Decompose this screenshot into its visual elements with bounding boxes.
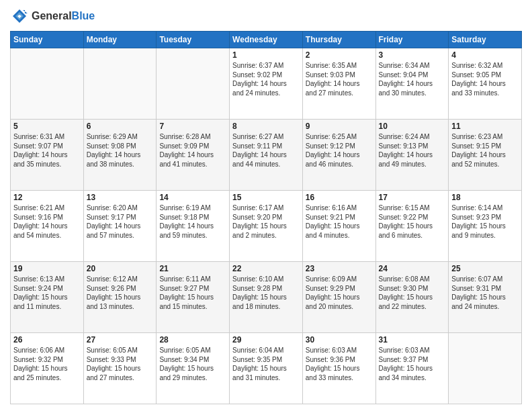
day-number: 9 [306,122,373,131]
day-info: Sunrise: 6:09 AM Sunset: 9:29 PM Dayligh… [306,275,373,311]
day-number: 28 [159,335,226,345]
day-number: 25 [451,264,519,273]
calendar-cell [83,48,157,120]
day-number: 12 [13,193,81,202]
calendar-cell: 8Sunrise: 6:27 AM Sunset: 9:11 PM Daylig… [230,120,303,191]
day-number: 5 [13,122,81,131]
day-info: Sunrise: 6:13 AM Sunset: 9:24 PM Dayligh… [13,275,81,311]
calendar-cell [11,48,84,120]
day-info: Sunrise: 6:31 AM Sunset: 9:07 PM Dayligh… [13,132,81,169]
day-number: 13 [87,193,154,202]
calendar-cell: 25Sunrise: 6:07 AM Sunset: 9:31 PM Dayli… [449,262,522,333]
calendar-cell: 18Sunrise: 6:14 AM Sunset: 9:23 PM Dayli… [449,191,522,262]
calendar-cell: 4Sunrise: 6:32 AM Sunset: 9:05 PM Daylig… [449,48,522,120]
calendar-cell: 2Sunrise: 6:35 AM Sunset: 9:03 PM Daylig… [302,48,375,120]
weekday-header-row: SundayMondayTuesdayWednesdayThursdayFrid… [11,32,522,48]
calendar-cell: 11Sunrise: 6:23 AM Sunset: 9:15 PM Dayli… [449,120,522,191]
day-info: Sunrise: 6:27 AM Sunset: 9:11 PM Dayligh… [232,132,300,169]
day-number: 4 [451,50,519,60]
calendar-cell: 26Sunrise: 6:06 AM Sunset: 9:32 PM Dayli… [11,333,84,404]
week-row-5: 26Sunrise: 6:06 AM Sunset: 9:32 PM Dayli… [11,333,522,404]
day-info: Sunrise: 6:32 AM Sunset: 9:05 PM Dayligh… [451,61,519,97]
calendar-cell: 7Sunrise: 6:28 AM Sunset: 9:09 PM Daylig… [157,120,230,191]
calendar-cell: 19Sunrise: 6:13 AM Sunset: 9:24 PM Dayli… [11,262,84,333]
weekday-header-tuesday: Tuesday [157,32,230,48]
calendar-cell: 31Sunrise: 6:03 AM Sunset: 9:37 PM Dayli… [375,333,449,404]
page: GeneralBlue SundayMondayTuesdayWednesday… [0,0,532,411]
day-info: Sunrise: 6:17 AM Sunset: 9:20 PM Dayligh… [232,203,300,240]
day-info: Sunrise: 6:14 AM Sunset: 9:23 PM Dayligh… [451,203,519,240]
calendar-cell: 30Sunrise: 6:03 AM Sunset: 9:36 PM Dayli… [302,333,375,404]
day-number: 2 [306,50,373,60]
calendar-cell: 22Sunrise: 6:10 AM Sunset: 9:28 PM Dayli… [230,262,303,333]
day-info: Sunrise: 6:03 AM Sunset: 9:37 PM Dayligh… [379,346,446,382]
weekday-header-sunday: Sunday [11,32,84,48]
day-info: Sunrise: 6:23 AM Sunset: 9:15 PM Dayligh… [451,132,519,169]
calendar-cell: 24Sunrise: 6:08 AM Sunset: 9:30 PM Dayli… [375,262,449,333]
calendar-cell: 14Sunrise: 6:19 AM Sunset: 9:18 PM Dayli… [157,191,230,262]
day-number: 31 [379,335,446,345]
day-info: Sunrise: 6:37 AM Sunset: 9:02 PM Dayligh… [232,61,300,97]
week-row-3: 12Sunrise: 6:21 AM Sunset: 9:16 PM Dayli… [11,191,522,262]
calendar-table: SundayMondayTuesdayWednesdayThursdayFrid… [10,31,522,404]
day-number: 24 [379,264,446,273]
day-info: Sunrise: 6:16 AM Sunset: 9:21 PM Dayligh… [306,203,373,240]
day-number: 14 [159,193,226,202]
day-info: Sunrise: 6:34 AM Sunset: 9:04 PM Dayligh… [379,61,446,97]
calendar-cell: 28Sunrise: 6:05 AM Sunset: 9:34 PM Dayli… [157,333,230,404]
day-number: 16 [306,193,373,202]
day-info: Sunrise: 6:10 AM Sunset: 9:28 PM Dayligh… [232,275,300,311]
calendar-cell: 3Sunrise: 6:34 AM Sunset: 9:04 PM Daylig… [375,48,449,120]
day-number: 30 [306,335,373,345]
calendar-cell: 21Sunrise: 6:11 AM Sunset: 9:27 PM Dayli… [157,262,230,333]
day-number: 26 [13,335,81,345]
calendar-cell [157,48,230,120]
calendar-cell: 29Sunrise: 6:04 AM Sunset: 9:35 PM Dayli… [230,333,303,404]
weekday-header-saturday: Saturday [449,32,522,48]
calendar-cell: 17Sunrise: 6:15 AM Sunset: 9:22 PM Dayli… [375,191,449,262]
weekday-header-wednesday: Wednesday [230,32,303,48]
calendar-cell: 20Sunrise: 6:12 AM Sunset: 9:26 PM Dayli… [83,262,157,333]
day-number: 8 [232,122,300,131]
calendar-cell: 10Sunrise: 6:24 AM Sunset: 9:13 PM Dayli… [375,120,449,191]
day-info: Sunrise: 6:24 AM Sunset: 9:13 PM Dayligh… [379,132,446,169]
calendar-cell: 16Sunrise: 6:16 AM Sunset: 9:21 PM Dayli… [302,191,375,262]
day-number: 1 [232,50,300,60]
day-info: Sunrise: 6:12 AM Sunset: 9:26 PM Dayligh… [87,275,154,311]
calendar-cell: 15Sunrise: 6:17 AM Sunset: 9:20 PM Dayli… [230,191,303,262]
header: GeneralBlue [10,7,522,26]
weekday-header-friday: Friday [375,32,449,48]
logo: GeneralBlue [10,7,95,26]
day-info: Sunrise: 6:05 AM Sunset: 9:34 PM Dayligh… [159,346,226,382]
day-number: 23 [306,264,373,273]
day-number: 11 [451,122,519,131]
calendar-cell: 13Sunrise: 6:20 AM Sunset: 9:17 PM Dayli… [83,191,157,262]
day-number: 27 [87,335,154,345]
weekday-header-monday: Monday [83,32,157,48]
day-number: 7 [159,122,226,131]
day-number: 15 [232,193,300,202]
day-info: Sunrise: 6:05 AM Sunset: 9:33 PM Dayligh… [87,346,154,382]
day-number: 29 [232,335,300,345]
day-info: Sunrise: 6:35 AM Sunset: 9:03 PM Dayligh… [306,61,373,97]
day-number: 22 [232,264,300,273]
day-info: Sunrise: 6:11 AM Sunset: 9:27 PM Dayligh… [159,275,226,311]
day-number: 19 [13,264,81,273]
day-number: 21 [159,264,226,273]
day-number: 20 [87,264,154,273]
calendar-cell: 5Sunrise: 6:31 AM Sunset: 9:07 PM Daylig… [11,120,84,191]
day-info: Sunrise: 6:07 AM Sunset: 9:31 PM Dayligh… [451,275,519,311]
svg-marker-3 [23,10,28,13]
day-info: Sunrise: 6:08 AM Sunset: 9:30 PM Dayligh… [379,275,446,311]
logo-text: GeneralBlue [32,10,95,22]
week-row-2: 5Sunrise: 6:31 AM Sunset: 9:07 PM Daylig… [11,120,522,191]
day-info: Sunrise: 6:04 AM Sunset: 9:35 PM Dayligh… [232,346,300,382]
calendar-cell [449,333,522,404]
day-info: Sunrise: 6:28 AM Sunset: 9:09 PM Dayligh… [159,132,226,169]
day-info: Sunrise: 6:29 AM Sunset: 9:08 PM Dayligh… [87,132,154,169]
day-number: 17 [379,193,446,202]
day-number: 6 [87,122,154,131]
calendar-cell: 27Sunrise: 6:05 AM Sunset: 9:33 PM Dayli… [83,333,157,404]
day-number: 10 [379,122,446,131]
day-info: Sunrise: 6:19 AM Sunset: 9:18 PM Dayligh… [159,203,226,240]
